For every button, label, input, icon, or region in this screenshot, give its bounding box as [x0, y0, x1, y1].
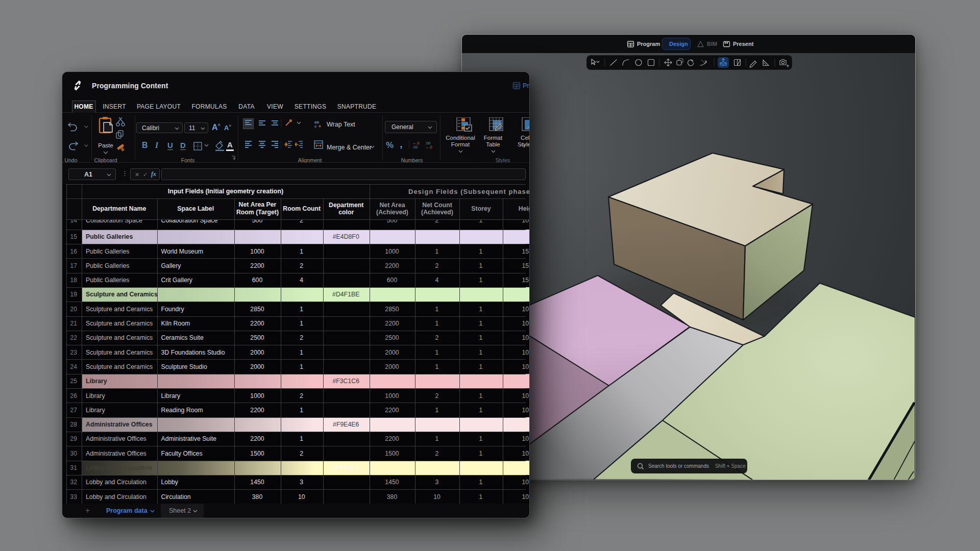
svg-text:Paste: Paste [98, 142, 113, 148]
svg-text:.00: .00 [412, 145, 418, 149]
svg-text:c: c [314, 124, 317, 128]
svg-text:→.0: →.0 [425, 145, 432, 149]
